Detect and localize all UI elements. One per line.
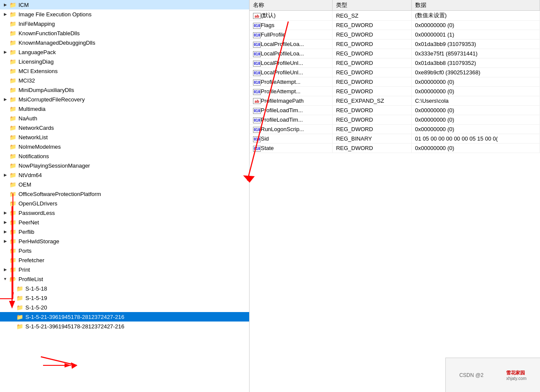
tree-item-mciExtensions[interactable]: MCI Extensions [0,66,249,76]
table-row[interactable]: 010LocalProfileUnl...REG_DWORD0x01da3bb8… [250,58,540,68]
tree-label-iniFileMapping: IniFileMapping [19,21,55,27]
reg-binary-icon: 010 [253,145,261,152]
tree-label-naAuth: NaAuth [19,115,37,122]
tree-item-s115211[interactable]: S-1-5-21-3961945178-2812372427-216 [0,312,249,322]
expander-iniFileMapping[interactable] [2,20,9,27]
reg-type-cell: REG_DWORD [332,58,411,68]
expander-passwordLess[interactable] [2,209,9,216]
expander-s11520[interactable] [9,304,15,311]
tree-item-openGL[interactable]: OpenGLDrivers [0,199,249,208]
reg-type-cell: REG_EXPAND_SZ [332,96,411,106]
expander-officeSoftware[interactable] [2,190,9,197]
reg-data-cell: C:\Users\cola [411,96,540,106]
expander-noImeMode[interactable] [2,143,9,150]
tree-item-officeSoftware[interactable]: OfficeSoftwareProtectionPlatform [0,189,249,199]
table-row[interactable]: 010SidREG_BINARY01 05 00 00 00 00 00 05 … [250,134,540,144]
tree-item-prefetcher[interactable]: Prefetcher [0,255,249,265]
tree-item-perflib[interactable]: Perflib [0,227,249,236]
tree-item-miniDump[interactable]: MiniDumpAuxiliaryDlls [0,85,249,95]
expander-s11519[interactable] [9,294,15,301]
expander-openGL[interactable] [2,200,9,207]
tree-item-oem[interactable]: OEM [0,180,249,189]
tree-item-ntVdm64[interactable]: NtVdm64 [0,170,249,180]
tree-item-licensingDiag[interactable]: LicensingDiag [0,57,249,66]
expander-imageFileExecution[interactable] [2,11,9,18]
expander-s115212[interactable] [9,323,15,330]
tree-item-noImeMode[interactable]: NoImeModelmes [0,142,249,151]
expander-profileList[interactable] [2,276,9,282]
tree-item-s11520[interactable]: S-1-5-20 [0,303,249,312]
expander-languagePack[interactable] [2,49,9,55]
registry-table[interactable]: 名称 类型 数据 ab(默认)REG_SZ(数值未设置)010FlagsREG_… [250,0,540,392]
tree-item-knownFunctionTable[interactable]: KnownFunctionTableDlls [0,28,249,38]
table-row[interactable]: 010LocalProfileLoa...REG_DWORD0x333e75f1… [250,49,540,58]
expander-perflib[interactable] [2,228,9,235]
expander-msiCorrupted[interactable] [2,96,9,103]
expander-miniDump[interactable] [2,86,9,93]
tree-view[interactable]: ICMImage File Execution OptionsIniFileMa… [0,0,249,392]
tree-item-multimedia[interactable]: Multimedia [0,104,249,113]
tree-item-s11518[interactable]: S-1-5-18 [0,284,249,293]
table-row[interactable]: 010LocalProfileUnl...REG_DWORD0xe89b9cf0… [250,68,540,77]
tree-item-passwordLess[interactable]: PasswordLess [0,208,249,217]
reg-name: LocalProfileUnl... [261,60,303,66]
reg-name-cell: 010LocalProfileLoa... [250,40,332,49]
table-row[interactable]: 010ProfileLoadTim...REG_DWORD0x00000000 … [250,115,540,125]
tree-item-peerNet[interactable]: PeerNet [0,217,249,227]
expander-notifications[interactable] [2,153,9,159]
expander-print[interactable] [2,266,9,273]
tree-item-knownManaged[interactable]: KnownManagedDebuggingDlls [0,38,249,47]
tree-item-notifications[interactable]: Notifications [0,151,249,161]
reg-name-cell: 010Flags [250,21,332,30]
expander-ntVdm64[interactable] [2,172,9,178]
tree-item-msiCorrupted[interactable]: MsiCorruptedFileRecovery [0,95,249,104]
tree-item-s11519[interactable]: S-1-5-19 [0,293,249,303]
tree-item-iniFileMapping[interactable]: IniFileMapping [0,19,249,28]
tree-item-icm[interactable]: ICM [0,0,249,9]
expander-naAuth[interactable] [2,115,9,122]
expander-knownFunctionTable[interactable] [2,30,9,37]
table-row[interactable]: 010StateREG_DWORD0x00000000 (0) [250,144,540,153]
expander-s11518[interactable] [9,285,15,292]
tree-item-networkCards[interactable]: NetworkCards [0,123,249,132]
tree-item-mci32[interactable]: MCI32 [0,76,249,85]
expander-ports[interactable] [2,247,9,254]
table-row[interactable]: 010ProfileLoadTim...REG_DWORD0x00000000 … [250,106,540,115]
reg-type-cell: REG_DWORD [332,77,411,87]
expander-icm[interactable] [2,1,9,8]
expander-networkCards[interactable] [2,124,9,131]
expander-knownManaged[interactable] [2,39,9,46]
expander-networkList[interactable] [2,134,9,141]
expander-perHwld[interactable] [2,238,9,245]
tree-label-knownManaged: KnownManagedDebuggingDlls [19,40,96,46]
table-row[interactable]: 010ProfileAttempt...REG_DWORD0x00000000 … [250,77,540,87]
expander-prefetcher[interactable] [2,257,9,263]
expander-mci32[interactable] [2,77,9,84]
table-row[interactable]: 010LocalProfileLoa...REG_DWORD0x01da3bb9… [250,40,540,49]
expander-multimedia[interactable] [2,105,9,112]
tree-item-print[interactable]: Print [0,265,249,274]
tree-item-perHwld[interactable]: PerHwldStorage [0,236,249,246]
expander-mciExtensions[interactable] [2,67,9,74]
expander-s115211[interactable] [9,313,15,320]
tree-item-nowPlaying[interactable]: NowPlayingSessionManager [0,161,249,170]
table-row[interactable]: 010ProfileAttempt...REG_DWORD0x00000000 … [250,87,540,96]
expander-peerNet[interactable] [2,219,9,226]
tree-item-imageFileExecution[interactable]: Image File Execution Options [0,9,249,19]
tree-item-profileList[interactable]: ProfileList [0,274,249,284]
expander-licensingDiag[interactable] [2,58,9,65]
tree-item-naAuth[interactable]: NaAuth [0,113,249,123]
table-row[interactable]: 010FullProfileREG_DWORD0x00000001 (1) [250,30,540,40]
tree-item-networkList[interactable]: NetworkList [0,132,249,142]
tree-item-s115212[interactable]: S-1-5-21-3961945178-2812372427-216 [0,322,249,331]
table-row[interactable]: ab(默认)REG_SZ(数值未设置) [250,11,540,21]
table-row[interactable]: 010FlagsREG_DWORD0x00000000 (0) [250,21,540,30]
expander-nowPlaying[interactable] [2,162,9,169]
tree-item-ports[interactable]: Ports [0,246,249,255]
expander-oem[interactable] [2,181,9,188]
tree-label-msiCorrupted: MsiCorruptedFileRecovery [19,96,85,103]
reg-data-cell: 0x00000000 (0) [411,125,540,134]
table-row[interactable]: abProfileImagePathREG_EXPAND_SZC:\Users\… [250,96,540,106]
tree-item-languagePack[interactable]: LanguagePack [0,47,249,57]
table-row[interactable]: 010RunLogonScrip...REG_DWORD0x00000000 (… [250,125,540,134]
